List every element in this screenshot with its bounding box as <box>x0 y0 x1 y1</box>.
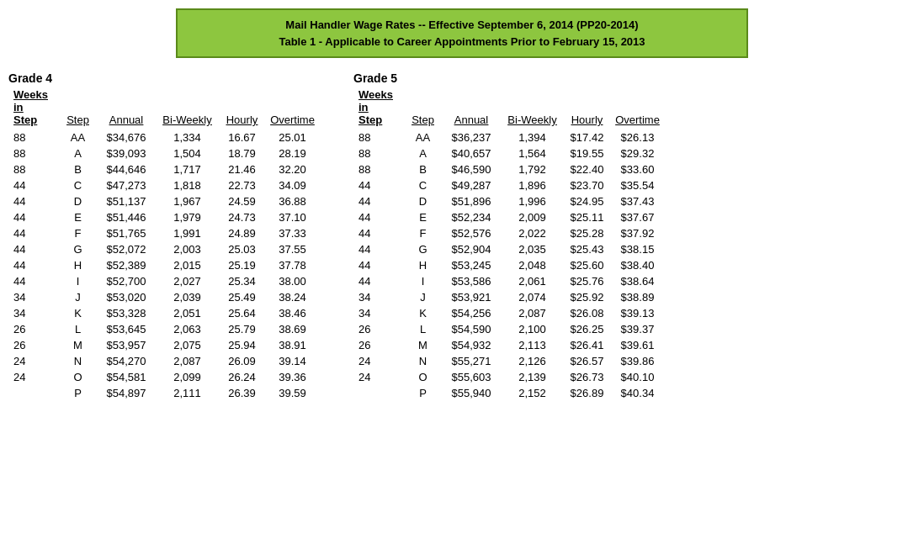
g4-biweekly-2: 1,717 <box>156 161 219 177</box>
g4-step-16: P <box>59 385 97 401</box>
grade4-label: Grade 4 <box>8 71 320 85</box>
g5-weeks-12: 26 <box>353 321 404 337</box>
g5-hourly-12: $26.25 <box>564 321 610 337</box>
g4-hourly-7: 25.03 <box>219 241 265 257</box>
g4-biweekly-8: 2,015 <box>156 257 219 273</box>
table-row: 26 L $53,645 2,063 25.79 38.69 <box>8 321 320 337</box>
g5-weeks-9: 44 <box>353 273 404 289</box>
g5-annual-2: $46,590 <box>442 161 501 177</box>
g4-overtime-1: 28.19 <box>265 145 320 161</box>
g5-step-9: I <box>404 273 442 289</box>
g4-hourly-12: 25.79 <box>219 321 265 337</box>
g4-annual-14: $54,270 <box>97 353 156 369</box>
g5-weeks-2: 88 <box>353 161 404 177</box>
table-row: 26 M $54,932 2,113 $26.41 $39.61 <box>353 337 665 353</box>
g5-hourly-13: $26.41 <box>564 337 610 353</box>
g5-step-14: N <box>404 353 442 369</box>
g4-biweekly-12: 2,063 <box>156 321 219 337</box>
g4-biweekly-9: 2,027 <box>156 273 219 289</box>
g4-biweekly-6: 1,991 <box>156 225 219 241</box>
grade4-step-label: Step <box>13 114 37 126</box>
g4-overtime-6: 37.33 <box>265 225 320 241</box>
g4-biweekly-3: 1,818 <box>156 177 219 193</box>
g5-annual-3: $49,287 <box>442 177 501 193</box>
g5-annual-13: $54,932 <box>442 337 501 353</box>
grade5-col-step: Step <box>404 87 442 129</box>
title-box: Mail Handler Wage Rates -- Effective Sep… <box>176 8 748 58</box>
g5-step-10: J <box>404 289 442 305</box>
g5-step-13: M <box>404 337 442 353</box>
table-row: 24 O $54,581 2,099 26.24 39.36 <box>8 369 320 385</box>
g4-step-10: J <box>59 289 97 305</box>
table-row: 44 E $51,446 1,979 24.73 37.10 <box>8 209 320 225</box>
g5-annual-14: $55,271 <box>442 353 501 369</box>
g5-weeks-13: 26 <box>353 337 404 353</box>
g4-annual-6: $51,765 <box>97 225 156 241</box>
table-row: 44 E $52,234 2,009 $25.11 $37.67 <box>353 209 665 225</box>
g5-biweekly-5: 2,009 <box>501 209 564 225</box>
g4-biweekly-16: 2,111 <box>156 385 219 401</box>
table-row: 88 A $39,093 1,504 18.79 28.19 <box>8 145 320 161</box>
table-row: 24 O $55,603 2,139 $26.73 $40.10 <box>353 369 665 385</box>
g5-hourly-6: $25.28 <box>564 225 610 241</box>
g5-overtime-16: $40.34 <box>610 385 665 401</box>
g5-annual-8: $53,245 <box>442 257 501 273</box>
g5-overtime-14: $39.86 <box>610 353 665 369</box>
table-row: 88 AA $34,676 1,334 16.67 25.01 <box>8 129 320 145</box>
g4-step-1: A <box>59 145 97 161</box>
g5-weeks-16 <box>353 385 404 401</box>
g5-hourly-0: $17.42 <box>564 129 610 145</box>
g4-overtime-8: 37.78 <box>265 257 320 273</box>
g5-hourly-11: $26.08 <box>564 305 610 321</box>
g5-annual-10: $53,921 <box>442 289 501 305</box>
g5-biweekly-4: 1,996 <box>501 193 564 209</box>
g5-overtime-7: $38.15 <box>610 241 665 257</box>
g5-hourly-9: $25.76 <box>564 273 610 289</box>
title-line2: Table 1 - Applicable to Career Appointme… <box>191 34 733 50</box>
g4-annual-4: $51,137 <box>97 193 156 209</box>
g5-hourly-4: $24.95 <box>564 193 610 209</box>
g5-overtime-8: $38.40 <box>610 257 665 273</box>
g4-overtime-4: 36.88 <box>265 193 320 209</box>
g4-weeks-0: 88 <box>8 129 59 145</box>
g4-step-6: F <box>59 225 97 241</box>
g4-step-13: M <box>59 337 97 353</box>
g4-step-3: C <box>59 177 97 193</box>
g4-overtime-13: 38.91 <box>265 337 320 353</box>
g4-hourly-16: 26.39 <box>219 385 265 401</box>
g5-biweekly-14: 2,126 <box>501 353 564 369</box>
grade5-col-annual: Annual <box>442 87 501 129</box>
g5-weeks-1: 88 <box>353 145 404 161</box>
g5-weeks-7: 44 <box>353 241 404 257</box>
g5-step-7: G <box>404 241 442 257</box>
g4-hourly-11: 25.64 <box>219 305 265 321</box>
table-row: 44 G $52,904 2,035 $25.43 $38.15 <box>353 241 665 257</box>
g5-step-5: E <box>404 209 442 225</box>
g4-hourly-5: 24.73 <box>219 209 265 225</box>
g4-biweekly-5: 1,979 <box>156 209 219 225</box>
g4-hourly-2: 21.46 <box>219 161 265 177</box>
g4-weeks-10: 34 <box>8 289 59 305</box>
g4-hourly-8: 25.19 <box>219 257 265 273</box>
g4-biweekly-4: 1,967 <box>156 193 219 209</box>
g5-hourly-5: $25.11 <box>564 209 610 225</box>
g4-annual-0: $34,676 <box>97 129 156 145</box>
g5-biweekly-11: 2,087 <box>501 305 564 321</box>
table-row: 34 J $53,921 2,074 $25.92 $38.89 <box>353 289 665 305</box>
g5-weeks-11: 34 <box>353 305 404 321</box>
g5-biweekly-9: 2,061 <box>501 273 564 289</box>
grade5-step-label: Step <box>358 114 382 126</box>
g5-annual-11: $54,256 <box>442 305 501 321</box>
table-row: 44 D $51,896 1,996 $24.95 $37.43 <box>353 193 665 209</box>
g4-annual-3: $47,273 <box>97 177 156 193</box>
table-row: 44 H $53,245 2,048 $25.60 $38.40 <box>353 257 665 273</box>
g4-annual-1: $39,093 <box>97 145 156 161</box>
table-row: 44 D $51,137 1,967 24.59 36.88 <box>8 193 320 209</box>
g4-hourly-14: 26.09 <box>219 353 265 369</box>
grade4-col-biweekly: Bi-Weekly <box>156 87 219 129</box>
g5-biweekly-8: 2,048 <box>501 257 564 273</box>
g4-overtime-10: 38.24 <box>265 289 320 305</box>
g5-hourly-7: $25.43 <box>564 241 610 257</box>
g5-annual-6: $52,576 <box>442 225 501 241</box>
g4-overtime-2: 32.20 <box>265 161 320 177</box>
